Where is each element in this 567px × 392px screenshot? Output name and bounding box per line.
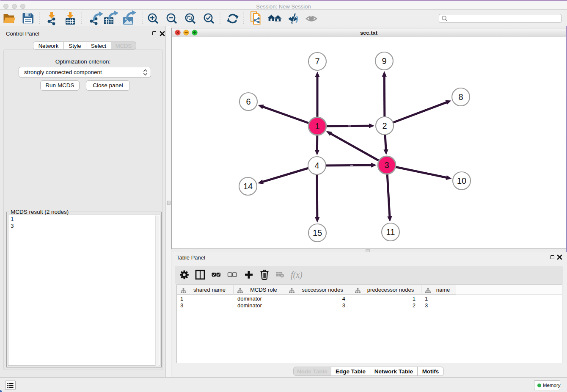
svg-text:6: 6 — [246, 97, 250, 106]
svg-text:1: 1 — [315, 121, 319, 131]
svg-text:7: 7 — [315, 57, 319, 66]
svg-text:8: 8 — [458, 92, 463, 102]
svg-text:15: 15 — [313, 228, 322, 237]
svg-text:2: 2 — [382, 121, 387, 130]
svg-text:f(x): f(x) — [291, 270, 303, 280]
svg-text:9: 9 — [382, 56, 386, 66]
svg-text:3: 3 — [384, 160, 389, 170]
svg-text:10: 10 — [457, 176, 466, 185]
svg-text:4: 4 — [314, 161, 319, 170]
svg-text:11: 11 — [386, 227, 395, 237]
svg-text:14: 14 — [243, 182, 253, 191]
